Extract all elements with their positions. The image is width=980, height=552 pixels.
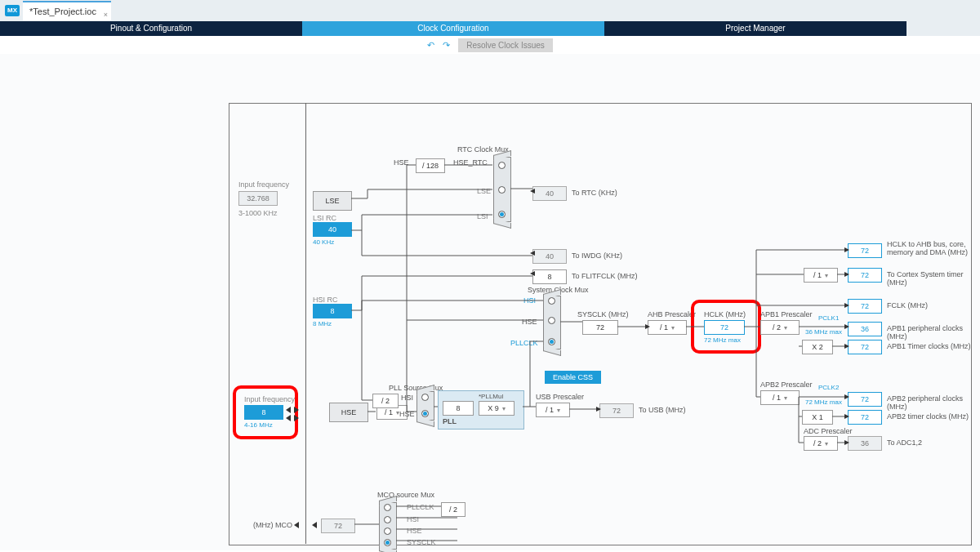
hclk-lbl: HCLK (MHz) — [704, 310, 746, 318]
apb2-div[interactable]: / 1 — [760, 390, 800, 405]
out-tim2-l: APB2 timer clocks (MHz) — [887, 412, 969, 421]
mco-val: 72 — [321, 519, 355, 533]
pll-src-hse[interactable] — [421, 410, 429, 417]
hse-freq-input[interactable]: 8 — [244, 405, 283, 420]
pll-mul-hdr: *PLLMul — [479, 393, 503, 400]
hse-input-label: Input frequency — [244, 395, 295, 403]
apb2-max: 72 MHz max — [805, 398, 842, 406]
arrow-icon — [312, 522, 317, 528]
hsi-unit: 8 MHz — [313, 320, 332, 327]
tab-clock[interactable]: Clock Configuration — [302, 21, 604, 36]
apb1-max: 36 MHz max — [805, 328, 842, 336]
hsi-rc-label: HSI RC — [313, 296, 338, 304]
apb2-x: X 1 — [802, 410, 833, 425]
mco-hsi-lbl: HSI — [407, 515, 419, 523]
out-cortex-l: To Cortex System timer (MHz) — [887, 270, 980, 287]
rtc-mux-lsi[interactable] — [498, 211, 506, 218]
pll-title: PLL — [443, 417, 457, 425]
lse-range: 3-1000 KHz — [238, 209, 278, 217]
pclk1-hdr: PCLK1 — [818, 314, 839, 322]
arrow-icon — [294, 415, 299, 421]
adc-val: 36 — [848, 436, 882, 451]
chip-divider — [305, 103, 306, 544]
mco-pllclk-lbl: PLLCLK — [407, 503, 434, 511]
sysclk-mux-hsi[interactable] — [548, 297, 555, 305]
apb1-x: X 2 — [802, 340, 833, 354]
ahb-div[interactable]: / 1 — [648, 320, 687, 335]
arrow-icon — [286, 415, 291, 421]
ahb-lbl: AHB Prescaler — [648, 310, 696, 318]
hclk-max: 72 MHz max — [704, 336, 741, 344]
mco-sysclk-lbl: SYSCLK — [407, 538, 436, 546]
rtc-hse-lbl: HSE — [394, 158, 409, 167]
out-tim1-v: 72 — [848, 340, 882, 354]
rtc-mux-hse[interactable] — [498, 162, 506, 169]
sysclk-hsi: HSI — [523, 296, 536, 305]
redo-icon[interactable]: ↷ — [443, 40, 450, 51]
out-pclk2-l: APB2 peripheral clocks (MHz) — [887, 394, 980, 411]
mco-sysclk[interactable] — [384, 539, 391, 546]
mco-hsi[interactable] — [384, 516, 391, 523]
rtc-out: 40 — [532, 186, 567, 201]
diagram-canvas[interactable]: Input frequency 32.768 3-1000 KHz LSE LS… — [0, 54, 980, 550]
mco-out-lbl: (MHz) MCO — [253, 521, 292, 529]
pll-input: 8 — [443, 401, 474, 416]
rtc-lse-lbl: LSE — [477, 187, 491, 195]
flitf-lbl: To FLITFCLK (MHz) — [572, 272, 638, 280]
usb-lbl: To USB (MHz) — [639, 406, 686, 414]
out-tim1-l: APB1 Timer clocks (MHz) — [887, 342, 971, 350]
close-icon[interactable]: × — [104, 6, 108, 24]
apb1-div[interactable]: / 2 — [760, 320, 800, 335]
tab-project[interactable]: Project Manager — [604, 21, 906, 36]
arrow-icon — [286, 407, 291, 413]
main-tabs: Pinout & Configuration Clock Configurati… — [0, 21, 980, 36]
usb-title: USB Prescaler — [536, 393, 584, 401]
pll-hsi: HSI — [401, 394, 413, 402]
pll-mult[interactable]: X 9 — [479, 401, 514, 416]
tab-spacer — [906, 21, 980, 36]
out-ahb-v: 72 — [848, 243, 882, 258]
sysclk-lbl: SYSCLK (MHz) — [577, 310, 629, 318]
tab-pinout[interactable]: Pinout & Configuration — [0, 21, 302, 36]
rtc-hse-rtc: HSE_RTC — [453, 158, 488, 167]
hse-block: HSE — [329, 403, 368, 422]
lse-freq-input[interactable]: 32.768 — [238, 191, 278, 206]
pll-hse: HSE — [399, 410, 415, 418]
out-ahb-l: HCLK to AHB bus, core, memory and DMA (M… — [887, 240, 977, 256]
lse-input-label: Input frequency — [238, 180, 289, 189]
adc-out: To ADC1,2 — [887, 438, 922, 447]
undo-icon[interactable]: ↶ — [427, 40, 434, 51]
out-tim2-v: 72 — [848, 410, 882, 425]
out-fclk-v: 72 — [848, 299, 882, 314]
enable-css-button[interactable]: Enable CSS — [545, 371, 601, 384]
usb-div[interactable]: / 1 — [536, 403, 570, 417]
sysclk-mux-hse[interactable] — [548, 317, 555, 324]
mco-pllclk[interactable] — [384, 504, 391, 511]
out-pclk2-v: 72 — [848, 392, 882, 407]
file-tab[interactable]: *Test_Project.ioc × — [23, 1, 111, 20]
arrow-icon — [294, 407, 299, 413]
mco-hse[interactable] — [384, 528, 391, 535]
sysclk-mux-pll[interactable] — [548, 338, 555, 345]
hsi-value: 8 — [313, 304, 352, 318]
hclk-val[interactable]: 72 — [704, 320, 745, 335]
app-badge: MX — [5, 5, 20, 16]
out-fclk-l: FCLK (MHz) — [887, 301, 928, 309]
mco-div: / 2 — [441, 502, 466, 517]
rtc-out-lbl: To RTC (KHz) — [572, 189, 617, 197]
iwdg-out: 40 — [532, 249, 567, 264]
resolve-button[interactable]: Resolve Clock Issues — [458, 38, 553, 52]
pll-src-hsi[interactable] — [421, 394, 429, 401]
usb-val: 72 — [599, 403, 634, 418]
rtc-mux-lse[interactable] — [498, 186, 506, 194]
cortex-div[interactable]: / 1 — [804, 268, 838, 283]
sysclk-val: 72 — [582, 320, 618, 335]
arrow-icon — [294, 522, 299, 528]
adc-lbl: ADC Prescaler — [804, 427, 853, 435]
lsi-unit: 40 KHz — [313, 238, 334, 246]
lsi-rc-label: LSI RC — [313, 214, 336, 222]
out-pclk1-l: APB1 peripheral clocks (MHz) — [887, 324, 980, 341]
lsi-value: 40 — [313, 222, 352, 237]
adc-div[interactable]: / 2 — [804, 436, 838, 451]
flitf-out: 8 — [532, 269, 567, 284]
